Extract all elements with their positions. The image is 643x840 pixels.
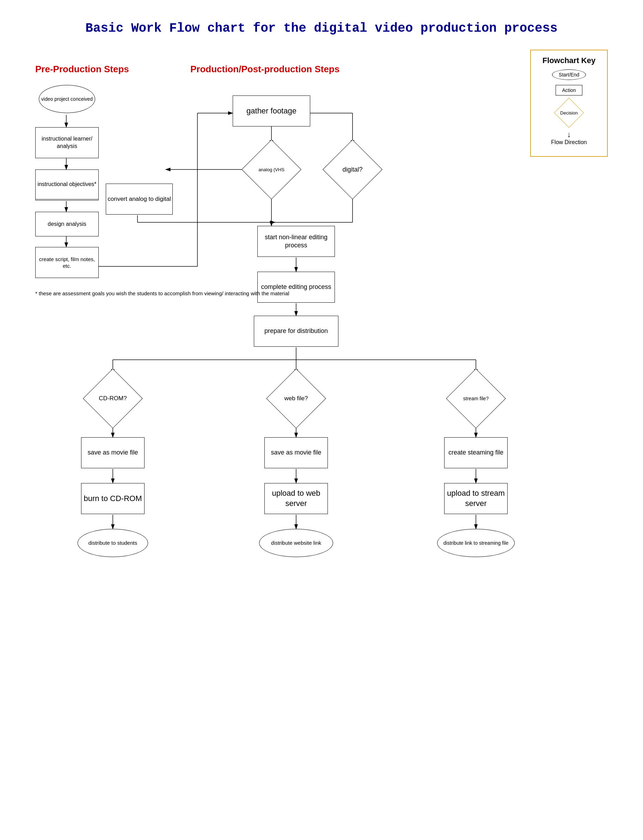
burn-cdrom-node: burn to CD-ROM	[81, 483, 145, 514]
upload-web-node: upload to web server	[264, 483, 328, 514]
streamfile-decision-label: stream file?	[451, 374, 501, 423]
production-header: Production/Post-production Steps	[190, 64, 339, 75]
convert-analog-node: convert analog to digital	[106, 184, 173, 215]
webfile-decision-label: web file?	[271, 374, 321, 423]
key-decision: Decision	[538, 101, 600, 125]
key-flow-label: Flow Direction	[551, 139, 587, 145]
upload-stream-node: upload to stream server	[444, 483, 508, 514]
key-action: Action	[538, 85, 600, 96]
distribute-students-node: distribute to students	[78, 529, 148, 557]
design-analysis-node: design analysis	[35, 212, 99, 236]
analog-decision-container: analog (VHS	[247, 145, 296, 194]
start-nonlinear-node: start non-linear editing process	[257, 226, 335, 257]
cdrom-decision-label: CD-ROM?	[88, 374, 137, 423]
flowchart-key: Flowchart Key Start/End Action Decision …	[530, 50, 608, 157]
create-streaming-node: create steaming file	[444, 437, 508, 468]
complete-editing-node: complete editing process	[257, 272, 335, 303]
footnote: * these are assessment goals you wish th…	[35, 289, 289, 298]
save-movie-web-node: save as movie file	[264, 437, 328, 468]
video-project-node: video project conceived	[39, 85, 95, 113]
instructional-objectives-node: instructional objectives*	[35, 169, 99, 200]
digital-decision-label: digital?	[328, 145, 377, 194]
cdrom-decision-container: CD-ROM?	[88, 374, 137, 423]
streamfile-decision-container: stream file?	[451, 374, 501, 423]
prepare-distribution-node: prepare for distribution	[254, 316, 338, 347]
key-flow: ↓ Flow Direction	[538, 130, 600, 145]
instructional-learner-node: instructional learner/ analysis	[35, 127, 99, 158]
analog-decision-label: analog (VHS	[247, 145, 296, 194]
key-arrow-icon: ↓	[567, 130, 571, 139]
distribute-website-node: distribute website link	[259, 529, 333, 557]
key-decision-label: Decision	[557, 101, 581, 125]
webfile-decision-container: web file?	[271, 374, 321, 423]
gather-footage-node: gather footage	[233, 96, 310, 127]
pre-production-header: Pre-Production Steps	[35, 64, 129, 75]
main-title: Basic Work Flow chart for the digital vi…	[14, 14, 629, 36]
digital-decision-container: digital?	[328, 145, 377, 194]
create-script-node: create script, film notes, etc.	[35, 247, 99, 278]
save-movie-cdrom-node: save as movie file	[81, 437, 145, 468]
page: Basic Work Flow chart for the digital vi…	[0, 0, 643, 840]
key-action-shape: Action	[556, 85, 583, 96]
key-start-end: Start/End	[538, 69, 600, 80]
key-start-end-shape: Start/End	[552, 69, 586, 80]
key-title: Flowchart Key	[538, 56, 600, 65]
distribute-streaming-node: distribute link to streaming file	[437, 529, 515, 557]
